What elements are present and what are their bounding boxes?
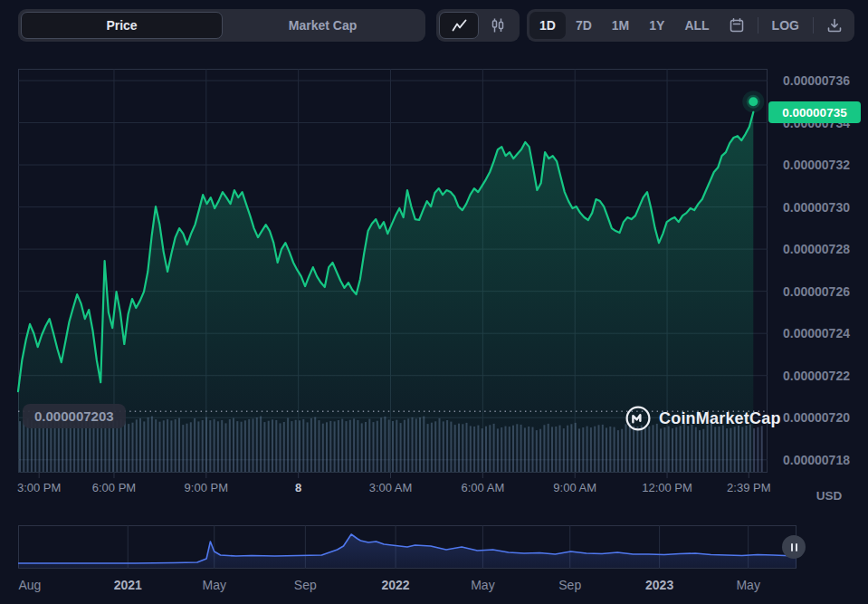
x-axis-label: 2:39 PM bbox=[727, 481, 770, 494]
navigator-axis-label: Sep bbox=[294, 578, 317, 592]
toolbar-divider bbox=[758, 17, 758, 34]
x-axis-label: 3:00 AM bbox=[369, 481, 413, 494]
previous-close-label: 0.000007203 bbox=[23, 404, 126, 428]
y-axis-label: 0.00000724 bbox=[769, 326, 863, 340]
price-tab[interactable]: Price bbox=[21, 12, 223, 39]
navigator-axis-label: May bbox=[202, 578, 225, 592]
x-axis-label: 6:00 AM bbox=[462, 481, 505, 494]
calendar-icon bbox=[730, 18, 744, 33]
navigator-axis-label: 2023 bbox=[645, 578, 673, 592]
y-axis-label: 0.00000718 bbox=[769, 453, 863, 467]
y-axis-label: 0.00000722 bbox=[769, 369, 863, 383]
market-cap-tab[interactable]: Market Cap bbox=[223, 12, 423, 39]
range-1m-button[interactable]: 1M bbox=[602, 12, 639, 39]
date-range-button[interactable] bbox=[720, 12, 754, 39]
candlestick-chart-button[interactable] bbox=[479, 12, 517, 39]
navigator-axis-label: 2021 bbox=[114, 578, 142, 592]
handle-grip-icon bbox=[796, 543, 797, 551]
chart-type-toggle bbox=[436, 9, 520, 42]
range-all-button[interactable]: ALL bbox=[674, 12, 719, 39]
currency-unit-label: USD bbox=[796, 489, 862, 503]
navigator-resize-handle[interactable] bbox=[782, 535, 806, 559]
navigator-axis-label: 2022 bbox=[382, 578, 410, 592]
y-axis-label: 0.00000736 bbox=[769, 73, 863, 88]
navigator-chart[interactable] bbox=[18, 525, 796, 569]
price-marketcap-toggle: Price Market Cap bbox=[18, 9, 425, 42]
price-chart-canvas[interactable] bbox=[0, 0, 868, 604]
x-axis-label: 12:00 PM bbox=[642, 481, 692, 494]
navigator-axis-label: May bbox=[736, 578, 759, 592]
x-axis-label: 6:00 PM bbox=[92, 481, 136, 494]
navigator-axis-label: Aug bbox=[18, 578, 41, 592]
x-axis-label: 8 bbox=[295, 481, 301, 494]
line-chart-icon bbox=[452, 19, 467, 32]
y-axis-label: 0.00000732 bbox=[769, 158, 863, 172]
range-1d-button[interactable]: 1D bbox=[529, 12, 566, 39]
coinmarketcap-logo-icon bbox=[625, 405, 652, 432]
log-scale-button[interactable]: LOG bbox=[762, 12, 809, 39]
current-price-badge: 0.00000735 bbox=[768, 101, 861, 123]
line-chart-button[interactable] bbox=[439, 12, 479, 39]
x-axis-label: 9:00 PM bbox=[185, 481, 228, 494]
navigator-axis-label: May bbox=[471, 578, 494, 592]
y-axis-label: 0.00000720 bbox=[769, 410, 863, 425]
range-7d-button[interactable]: 7D bbox=[566, 12, 602, 39]
toolbar-divider bbox=[813, 17, 814, 34]
y-axis-label: 0.00000726 bbox=[769, 284, 863, 299]
navigator-axis-label: Sep bbox=[558, 578, 581, 592]
download-icon bbox=[827, 18, 842, 33]
x-axis-label: 9:00 AM bbox=[553, 481, 596, 494]
time-range-group: 1D 7D 1M 1Y ALL LOG bbox=[527, 9, 854, 42]
candlestick-chart-icon bbox=[491, 18, 505, 33]
coinmarketcap-watermark: CoinMarketCap bbox=[625, 405, 781, 432]
watermark-text: CoinMarketCap bbox=[659, 409, 781, 428]
y-axis-label: 0.00000728 bbox=[769, 242, 863, 256]
x-axis-label: 3:00 PM bbox=[17, 481, 61, 494]
y-axis-label: 0.00000730 bbox=[769, 200, 863, 215]
range-1y-button[interactable]: 1Y bbox=[639, 12, 674, 39]
handle-grip-icon bbox=[791, 543, 793, 551]
download-chart-button[interactable] bbox=[817, 12, 852, 39]
